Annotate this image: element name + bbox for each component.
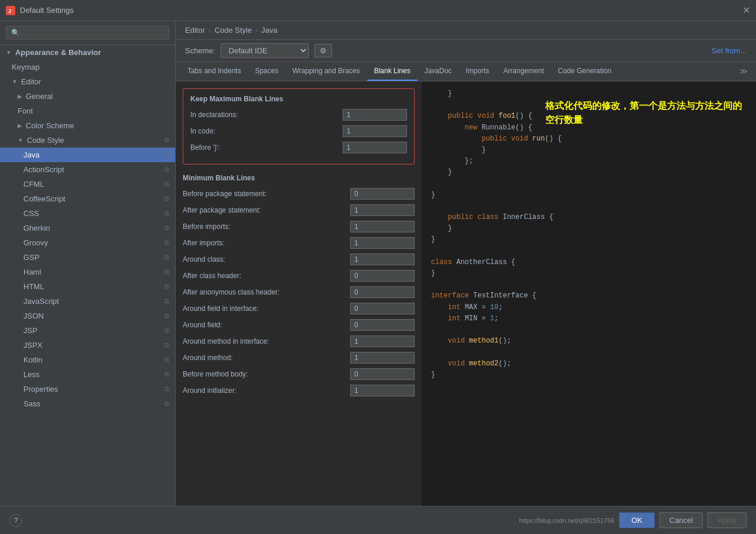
ok-button[interactable]: OK (619, 512, 655, 528)
sidebar-item-haml[interactable]: Haml ⧉ (0, 265, 175, 279)
input-around-field[interactable] (350, 319, 415, 331)
code-line: class AnotherClass { (431, 257, 747, 268)
breadcrumb-codestyle: Code Style (214, 26, 252, 35)
sidebar-item-appearance[interactable]: ▼ Appearance & Behavior (0, 45, 175, 60)
code-line: new Runnable() { (431, 122, 747, 134)
sidebar-item-java[interactable]: Java ⧉ (0, 148, 175, 162)
sidebar-item-kotlin[interactable]: Kotlin ⧉ (0, 352, 175, 367)
setting-row-before-pkg: Before package statement: (183, 188, 415, 200)
copy-icon-html: ⧉ (165, 283, 169, 290)
input-after-pkg[interactable] (350, 204, 415, 216)
sidebar-item-json[interactable]: JSON ⧉ (0, 309, 175, 323)
sidebar-item-properties[interactable]: Properties ⧉ (0, 382, 175, 396)
expand-triangle-general: ▶ (18, 93, 22, 100)
scheme-select[interactable]: Default IDE (221, 43, 309, 58)
sidebar-item-coffeescript[interactable]: CoffeeScript ⧉ (0, 191, 175, 206)
tab-tabs-and-indents[interactable]: Tabs and Indents (180, 62, 248, 81)
apply-button[interactable]: Apply (707, 512, 747, 528)
code-line: interface TestInterface { (431, 290, 747, 302)
label-before-method-body: Before method body: (183, 370, 350, 378)
code-line (431, 100, 747, 111)
copy-icon-less: ⧉ (165, 371, 169, 378)
sidebar-item-jspx[interactable]: JSPX ⧉ (0, 338, 175, 352)
tab-code-generation[interactable]: Code Generation (551, 62, 618, 81)
cancel-button[interactable]: Cancel (659, 512, 703, 528)
setting-row-declarations: In declarations: (190, 109, 407, 121)
input-incode[interactable] (343, 125, 407, 137)
input-after-class-header[interactable] (350, 270, 415, 282)
copy-icon-cfml: ⧉ (165, 180, 169, 188)
min-blank-title: Minimum Blank Lines (183, 174, 415, 182)
sidebar-item-gherkin[interactable]: Gherkin ⧉ (0, 221, 175, 235)
input-around-method[interactable] (350, 352, 415, 364)
sidebar-item-actionscript[interactable]: ActionScript ⧉ (0, 162, 175, 177)
sidebar-item-general[interactable]: ▶ General (0, 89, 175, 104)
sidebar-item-less[interactable]: Less ⧉ (0, 367, 175, 382)
scheme-gear-button[interactable]: ⚙ (314, 44, 332, 57)
copy-icon-sass: ⧉ (165, 400, 169, 408)
sidebar-item-font[interactable]: Font (0, 104, 175, 118)
input-before-pkg[interactable] (350, 188, 415, 200)
input-around-initializer[interactable] (350, 385, 415, 396)
sidebar-item-css[interactable]: CSS ⧉ (0, 206, 175, 221)
input-around-class[interactable] (350, 254, 415, 265)
bottom-right: https://blog.csdn.net/q982151756 OK Canc… (519, 512, 747, 528)
tab-imports[interactable]: Imports (459, 62, 496, 81)
input-after-imports[interactable] (350, 237, 415, 249)
main-layout: ▼ Appearance & Behavior Keymap ▼ Editor … (0, 21, 756, 506)
tab-javadoc[interactable]: JavaDoc (418, 62, 459, 81)
search-input[interactable] (6, 26, 169, 40)
sidebar-item-javascript[interactable]: JavaScript ⧉ (0, 294, 175, 309)
setting-row-after-pkg: After package statement: (183, 204, 415, 216)
tab-spaces[interactable]: Spaces (248, 62, 285, 81)
input-method-in-interface[interactable] (350, 336, 415, 347)
tab-wrapping-and-braces[interactable]: Wrapping and Braces (285, 62, 367, 81)
sidebar-item-sass[interactable]: Sass ⧉ (0, 396, 175, 411)
code-line (431, 279, 747, 290)
input-declarations[interactable] (343, 109, 407, 121)
code-line: public void run() { (431, 134, 747, 145)
sidebar-item-groovy[interactable]: Groovy ⧉ (0, 235, 175, 250)
sidebar-item-keymap[interactable]: Keymap (0, 60, 175, 74)
sidebar-item-html[interactable]: HTML ⧉ (0, 279, 175, 294)
window-title: Default Settings (20, 6, 74, 15)
copy-icon-coffeescript: ⧉ (165, 195, 169, 203)
copy-icon-javascript: ⧉ (165, 297, 169, 305)
input-field-in-interface[interactable] (350, 303, 415, 314)
code-line: } (431, 234, 747, 245)
input-before-method-body[interactable] (350, 368, 415, 380)
title-bar-left: J Default Settings (6, 6, 74, 15)
sidebar-item-codestyle[interactable]: ▼ Code Style ⧉ (0, 133, 175, 148)
code-line: } (431, 268, 747, 279)
breadcrumb-editor: Editor (185, 26, 205, 35)
code-line: public void foo1() { (431, 111, 747, 122)
input-before-brace[interactable] (343, 142, 407, 153)
code-line (431, 179, 747, 190)
label-after-pkg: After package statement: (183, 206, 350, 214)
sidebar-item-colorscheme[interactable]: ▶ Color Scheme (0, 118, 175, 133)
input-anon-class-header[interactable] (350, 286, 415, 298)
code-line: } (431, 190, 747, 201)
help-button[interactable]: ? (9, 514, 22, 527)
close-button[interactable]: ✕ (743, 5, 750, 16)
tab-overflow-button[interactable]: ≫ (736, 62, 751, 81)
scheme-bar: Scheme: Default IDE ⚙ Set from... (176, 40, 756, 62)
tabs-bar: Tabs and Indents Spaces Wrapping and Bra… (176, 62, 756, 81)
setting-row-around-method: Around method: (183, 352, 415, 364)
app-icon: J (6, 6, 15, 15)
copy-icon-groovy: ⧉ (165, 239, 169, 247)
set-from-link[interactable]: Set from... (711, 46, 747, 55)
svg-text:J: J (8, 8, 11, 14)
copy-icon-jsp: ⧉ (165, 327, 169, 334)
label-around-class: Around class: (183, 255, 350, 263)
tab-arrangement[interactable]: Arrangement (496, 62, 550, 81)
code-line (431, 347, 747, 358)
sidebar-item-editor[interactable]: ▼ Editor (0, 74, 175, 89)
sidebar-item-gsp[interactable]: GSP ⧉ (0, 250, 175, 265)
tab-blank-lines[interactable]: Blank Lines (367, 62, 418, 81)
sidebar-item-jsp[interactable]: JSP ⧉ (0, 323, 175, 338)
expand-triangle: ▼ (6, 49, 12, 56)
input-before-imports[interactable] (350, 221, 415, 232)
sidebar-item-cfml[interactable]: CFML ⧉ (0, 177, 175, 191)
code-line: } (431, 145, 747, 156)
